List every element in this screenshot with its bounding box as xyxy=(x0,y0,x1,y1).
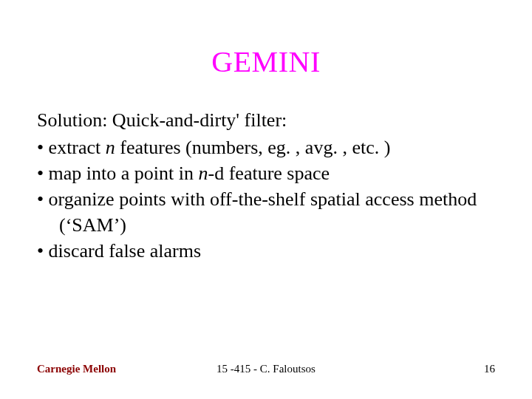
bullet-post: features (numbers, eg. , avg. , etc. ) xyxy=(115,137,391,158)
bullet-em: n xyxy=(106,137,115,158)
bullet-pre: discard false alarms xyxy=(49,240,201,262)
bullet-list: extract n features (numbers, eg. , avg. … xyxy=(37,134,495,264)
list-item: organize points with off-the-shelf spati… xyxy=(37,186,495,238)
list-item: discard false alarms xyxy=(37,238,495,264)
bullet-pre: organize points with off-the-shelf spati… xyxy=(49,188,477,236)
footer-org: Carnegie Mellon xyxy=(37,363,116,375)
footer-course: 15 -415 - C. Faloutsos xyxy=(216,363,316,375)
bullet-pre: map into a point in xyxy=(49,163,199,184)
footer-page-number: 16 xyxy=(484,363,495,375)
list-item: extract n features (numbers, eg. , avg. … xyxy=(37,134,495,160)
slide-title: GEMINI xyxy=(37,44,495,79)
bullet-post: -d feature space xyxy=(208,163,330,184)
bullet-pre: extract xyxy=(49,137,106,158)
list-item: map into a point in n-d feature space xyxy=(37,160,495,186)
slide: GEMINI Solution: Quick-and-dirty' filter… xyxy=(0,0,532,399)
lead-text: Solution: Quick-and-dirty' filter: xyxy=(37,107,495,133)
footer: Carnegie Mellon 15 -415 - C. Faloutsos 1… xyxy=(0,363,532,375)
bullet-em: n xyxy=(199,163,208,184)
